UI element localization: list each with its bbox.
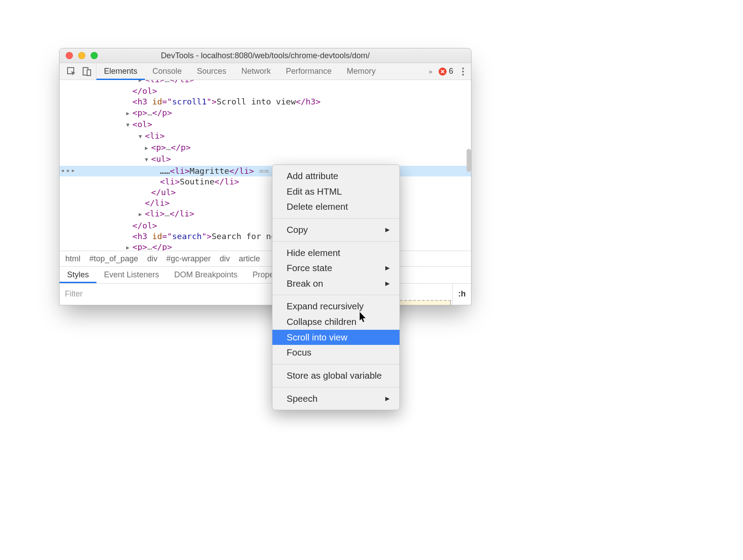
ctx-item-force-state[interactable]: Force state▶ [272,260,399,276]
ctx-item-focus[interactable]: Focus [272,345,399,360]
error-count-badge[interactable]: 6 [439,67,453,76]
inspect-controls [60,63,96,80]
new-style-rule-hint[interactable] [395,300,451,305]
ctx-item-collapse-children[interactable]: Collapse children [272,314,399,330]
context-menu: Add attributeEdit as HTMLDelete elementC… [272,164,400,410]
crumb-top-of-page[interactable]: #top_of_page [89,254,138,264]
ctx-item-add-attribute[interactable]: Add attribute [272,168,399,184]
panel-tabs: Elements Console Sources Network Perform… [96,63,383,80]
titlebar: DevTools - localhost:8080/web/tools/chro… [60,48,471,63]
svg-rect-2 [87,70,91,76]
ctx-separator [272,295,399,295]
mouse-cursor-icon [359,312,367,320]
ctx-separator [272,364,399,364]
inspect-element-icon[interactable] [67,67,76,76]
crumb-html[interactable]: html [65,254,80,264]
ctx-item-expand-recursively[interactable]: Expand recursively [272,299,399,314]
crumb-gc-wrapper[interactable]: #gc-wrapper [166,254,211,264]
crumb-article[interactable]: article [239,254,260,264]
ctx-item-label: Force state [287,262,332,274]
styles-subtabs: Styles Event Listeners DOM Breakpoints P… [60,266,471,283]
tab-performance[interactable]: Performance [278,63,339,80]
tab-sources[interactable]: Sources [189,63,234,80]
crumb-div-2[interactable]: div [220,254,230,264]
ctx-item-copy[interactable]: Copy▶ [272,222,399,238]
elements-dom-tree[interactable]: ▶<li>…</li> </ol> <h3 id="scroll1">Scrol… [60,80,471,251]
device-toolbar-icon[interactable] [82,67,92,76]
scrollbar-thumb[interactable] [467,149,471,172]
ctx-item-label: Expand recursively [287,300,364,312]
subtab-event-listeners[interactable]: Event Listeners [96,267,167,283]
ctx-item-store-as-global-variable[interactable]: Store as global variable [272,368,399,384]
submenu-arrow-icon: ▶ [385,395,390,403]
submenu-arrow-icon: ▶ [385,264,390,272]
ctx-item-hide-element[interactable]: Hide element [272,245,399,261]
tab-console[interactable]: Console [145,63,189,80]
error-icon [439,68,447,76]
ctx-item-delete-element[interactable]: Delete element [272,199,399,215]
ctx-item-edit-as-html[interactable]: Edit as HTML [272,184,399,200]
ctx-item-label: Edit as HTML [287,186,342,198]
ctx-item-label: Store as global variable [287,370,382,382]
ctx-item-label: Focus [287,347,312,359]
ctx-separator [272,218,399,219]
dom-breadcrumb[interactable]: html #top_of_page div #gc-wrapper div ar… [60,251,471,266]
tab-elements[interactable]: Elements [96,63,145,80]
ctx-item-label: Hide element [287,247,340,259]
submenu-arrow-icon: ▶ [385,226,390,234]
selected-node-magritte[interactable]: •••<li>Magritte</li> == $0 [60,166,471,176]
settings-menu-icon[interactable] [459,68,467,76]
submenu-arrow-icon: ▶ [385,280,390,288]
more-tabs-icon[interactable]: » [429,68,432,75]
ctx-item-scroll-into-view[interactable]: Scroll into view [272,330,399,345]
filter-placeholder: Filter [65,289,83,299]
crumb-div-1[interactable]: div [147,254,157,264]
devtools-window: DevTools - localhost:8080/web/tools/chro… [59,48,471,305]
ctx-item-label: Copy [287,224,308,236]
error-count: 6 [449,67,453,76]
devtools-tabs: Elements Console Sources Network Perform… [60,63,471,80]
ctx-separator [272,241,399,242]
tab-network[interactable]: Network [234,63,278,80]
ctx-item-label: Speech [287,393,318,405]
ctx-item-break-on[interactable]: Break on▶ [272,276,399,292]
ctx-item-label: Add attribute [287,170,338,182]
ctx-item-label: Break on [287,278,323,290]
ctx-item-label: Collapse children [287,316,356,328]
subtab-dom-breakpoints[interactable]: DOM Breakpoints [167,267,245,283]
ctx-item-speech[interactable]: Speech▶ [272,391,399,407]
ctx-item-label: Scroll into view [287,332,348,344]
ctx-separator [272,387,399,388]
tab-memory[interactable]: Memory [339,63,383,80]
window-title: DevTools - localhost:8080/web/tools/chro… [60,51,471,60]
subtab-styles[interactable]: Styles [60,267,96,283]
ctx-item-label: Delete element [287,201,348,213]
toggle-hover-state-button[interactable]: :h [453,289,471,299]
